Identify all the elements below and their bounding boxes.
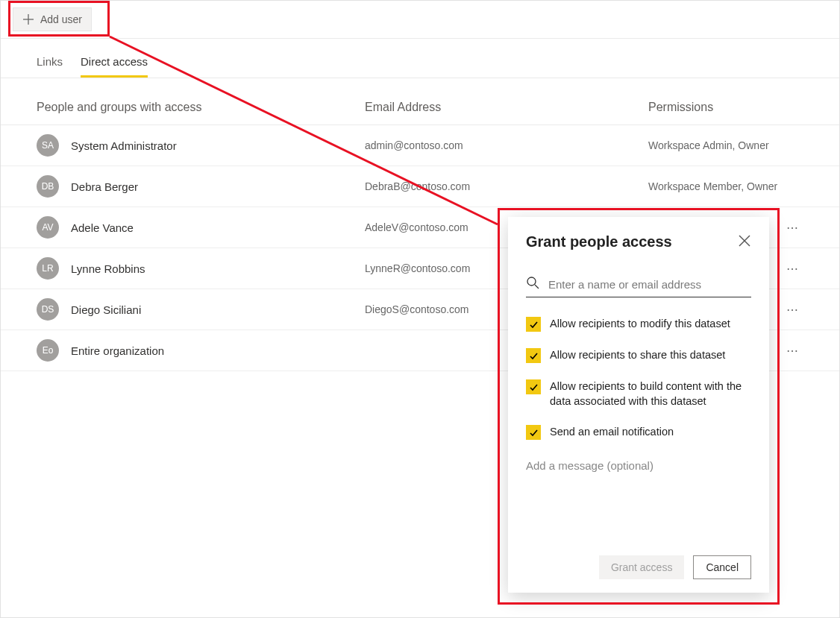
tab-links[interactable]: Links bbox=[37, 55, 63, 78]
svg-point-4 bbox=[527, 277, 536, 286]
tab-direct-access[interactable]: Direct access bbox=[81, 55, 148, 78]
options-list: Allow recipients to modify this datasetA… bbox=[526, 317, 751, 440]
checkbox-label: Allow recipients to modify this dataset bbox=[550, 317, 730, 332]
add-user-label: Add user bbox=[40, 13, 82, 25]
table-header: People and groups with access Email Addr… bbox=[1, 78, 839, 125]
more-icon[interactable]: ⋯ bbox=[783, 221, 803, 235]
plus-icon bbox=[22, 13, 34, 25]
more-icon[interactable]: ⋯ bbox=[783, 344, 803, 358]
avatar: DS bbox=[37, 298, 59, 321]
checkbox[interactable] bbox=[526, 425, 541, 440]
column-header-email: Email Address bbox=[365, 101, 648, 114]
row-name: Adele Vance bbox=[71, 221, 365, 234]
row-email: DebraB@contoso.com bbox=[365, 180, 648, 192]
row-permissions: Workspace Admin, Owner bbox=[648, 139, 803, 151]
add-user-button[interactable]: Add user bbox=[13, 7, 92, 31]
row-name: Debra Berger bbox=[71, 180, 365, 193]
row-name: System Administrator bbox=[71, 139, 365, 152]
close-icon[interactable] bbox=[738, 234, 751, 250]
svg-line-5 bbox=[535, 285, 539, 288]
cancel-button[interactable]: Cancel bbox=[693, 555, 751, 579]
dialog-title: Grant people access bbox=[526, 233, 672, 250]
avatar: DB bbox=[37, 175, 59, 198]
row-name: Entire organization bbox=[71, 344, 365, 357]
checkbox-label: Allow recipients to share this dataset bbox=[550, 348, 725, 363]
grant-access-button[interactable]: Grant access bbox=[599, 555, 684, 579]
checkbox[interactable] bbox=[526, 348, 541, 363]
row-name: Lynne Robbins bbox=[71, 262, 365, 275]
toolbar: Add user bbox=[1, 1, 839, 39]
option-row: Send an email notification bbox=[526, 425, 751, 440]
option-row: Allow recipients to build content with t… bbox=[526, 379, 751, 409]
tabs: Links Direct access bbox=[1, 39, 839, 78]
column-header-permissions: Permissions bbox=[648, 101, 803, 114]
table-row: DBDebra BergerDebraB@contoso.comWorkspac… bbox=[1, 166, 839, 207]
checkbox[interactable] bbox=[526, 317, 541, 332]
app-frame: Add user Links Direct access People and … bbox=[0, 0, 840, 618]
row-email: admin@contoso.com bbox=[365, 139, 648, 151]
option-row: Allow recipients to share this dataset bbox=[526, 348, 751, 363]
message-input[interactable]: Add a message (optional) bbox=[526, 459, 751, 472]
checkbox-label: Send an email notification bbox=[550, 425, 674, 440]
search-icon bbox=[526, 276, 539, 292]
search-row bbox=[526, 271, 751, 297]
more-icon[interactable]: ⋯ bbox=[783, 262, 803, 276]
grant-access-dialog: Grant people access Allow recipients to … bbox=[508, 217, 769, 593]
avatar: LR bbox=[37, 257, 59, 280]
option-row: Allow recipients to modify this dataset bbox=[526, 317, 751, 332]
checkbox-label: Allow recipients to build content with t… bbox=[550, 379, 751, 409]
avatar: Eo bbox=[37, 339, 59, 362]
column-header-name: People and groups with access bbox=[37, 101, 365, 114]
row-name: Diego Siciliani bbox=[71, 303, 365, 316]
avatar: AV bbox=[37, 216, 59, 239]
row-permissions: Workspace Member, Owner bbox=[648, 180, 803, 192]
table-row: SASystem Administratoradmin@contoso.comW… bbox=[1, 125, 839, 166]
avatar: SA bbox=[37, 134, 59, 157]
more-icon[interactable]: ⋯ bbox=[783, 303, 803, 317]
recipient-input[interactable] bbox=[547, 277, 751, 291]
checkbox[interactable] bbox=[526, 379, 541, 394]
